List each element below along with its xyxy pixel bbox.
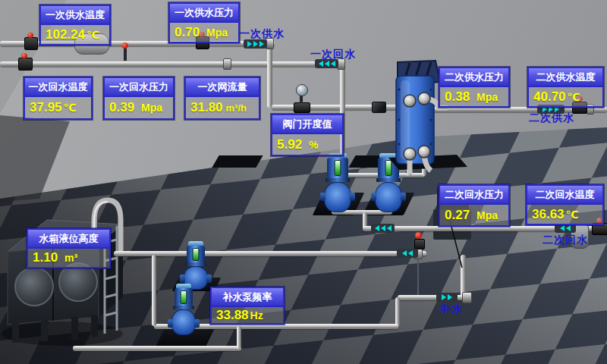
indicator-unit: Mpa: [476, 91, 498, 103]
indicator-label: 补水泵频率: [212, 288, 283, 307]
indicator-label: 一次回水温度: [25, 78, 91, 97]
indicator-value: 0.39: [109, 100, 134, 115]
indicator-value: 102.24: [46, 27, 85, 42]
indicator-unit: ℃: [566, 209, 579, 221]
pipe-label-primary-supply: 一次供水: [239, 27, 285, 41]
indicator-value: 0.70: [175, 25, 200, 40]
indicator-value: 0.27: [445, 208, 470, 223]
indicator-box-makeup-pump-frequency: 补水泵频率 33.88Hz: [210, 287, 285, 325]
indicator-value: 36.63: [532, 207, 565, 222]
indicator-label: 一次供水温度: [41, 6, 109, 25]
indicator-unit: m³: [64, 252, 77, 264]
indicator-label: 水箱液位高度: [28, 230, 109, 249]
indicator-box-secondary-supply-pressure: 二次供水压力 0.38Mpa: [439, 67, 510, 108]
indicator-box-primary-network-flow: 一次网流量 31.80m³/h: [184, 77, 260, 120]
indicator-value: 1.10: [33, 250, 58, 265]
indicator-label: 阀门开度值: [272, 115, 342, 134]
indicator-box-valve-opening: 阀门开度值 5.92%: [271, 114, 344, 156]
indicator-label: 一次网流量: [186, 78, 259, 97]
indicator-box-secondary-return-pressure: 二次回水压力 0.27Mpa: [439, 184, 510, 227]
indicator-box-secondary-supply-temp: 二次供水温度 40.70℃: [527, 67, 604, 108]
indicator-box-primary-return-temp: 一次回水温度 37.95℃: [24, 77, 93, 120]
pipe-label-primary-return: 一次回水: [310, 48, 356, 61]
indicator-box-primary-supply-temp: 一次供水温度 102.24℃: [39, 5, 111, 46]
indicator-label: 二次回水压力: [440, 186, 508, 205]
indicator-box-tank-level: 水箱液位高度 1.10m³: [27, 228, 111, 268]
leader-line-overlay: [0, 0, 607, 364]
indicator-unit: ℃: [568, 91, 580, 103]
indicator-label: 二次供水压力: [440, 68, 508, 87]
indicator-unit: Mpa: [141, 102, 162, 114]
indicator-box-secondary-return-temp: 二次回水温度 36.63℃: [526, 184, 604, 225]
indicator-value: 37.95: [30, 100, 62, 115]
indicator-label: 一次供水压力: [170, 4, 238, 23]
indicator-box-primary-supply-pressure: 一次供水压力 0.70Mpa: [168, 2, 240, 43]
indicator-value: 0.38: [445, 89, 470, 105]
indicator-value: 40.70: [533, 89, 566, 105]
indicator-label: 二次供水温度: [529, 68, 602, 87]
indicator-label: 一次回水压力: [105, 78, 173, 97]
pipe-label-secondary-supply: 二次供水: [529, 111, 574, 125]
indicator-value: 33.88: [216, 308, 249, 323]
indicator-value: 31.80: [190, 100, 223, 115]
indicator-unit: ℃: [86, 29, 99, 41]
indicator-box-primary-return-pressure: 一次回水压力 0.39Mpa: [103, 77, 175, 120]
indicator-unit: Mpa: [206, 27, 228, 39]
indicator-unit: Mpa: [476, 209, 498, 221]
indicator-unit: m³/h: [226, 102, 247, 114]
indicator-unit: ℃: [64, 102, 77, 114]
hmi-heating-station-screen: 一次供水 一次回水 二次供水 二次回水 补水 一次供水温度 102.24℃ 一次…: [0, 0, 607, 364]
pipe-label-makeup-water: 补水: [440, 303, 463, 316]
indicator-unit: %: [309, 139, 318, 151]
indicator-unit: Hz: [250, 309, 263, 322]
pipe-label-secondary-return: 二次回水: [543, 234, 588, 247]
indicator-label: 二次回水温度: [527, 186, 602, 205]
indicator-value: 5.92: [277, 137, 302, 152]
